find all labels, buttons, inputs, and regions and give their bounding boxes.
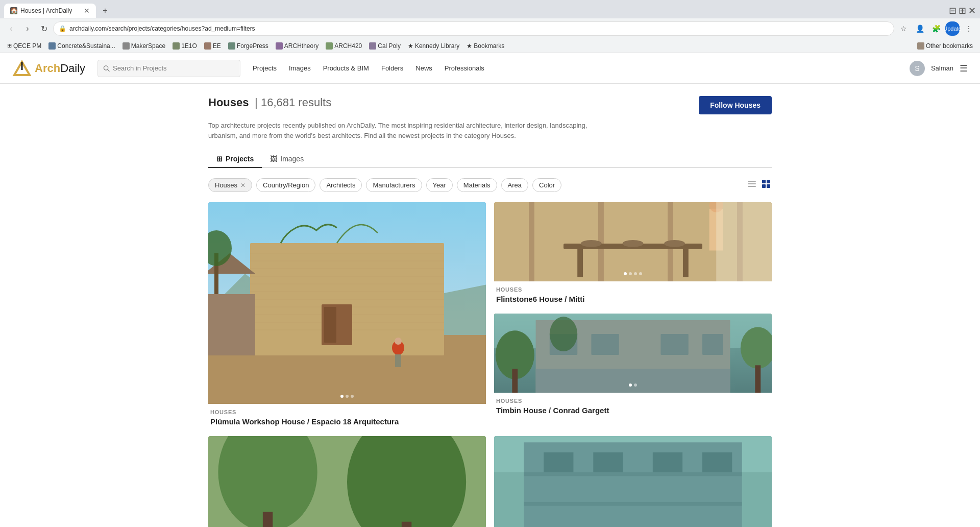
address-bar[interactable]: 🔒 archdaily.com/search/projects/categori… — [53, 21, 894, 36]
list-view-icon — [747, 179, 756, 188]
svg-rect-8 — [762, 180, 766, 183]
svg-rect-68 — [402, 522, 411, 527]
dot-2 — [346, 395, 349, 398]
filter-year[interactable]: Year — [426, 178, 453, 192]
tab-close-icon[interactable]: ✕ — [84, 7, 90, 15]
close-window-button[interactable]: ✕ — [968, 5, 976, 16]
site-logo[interactable]: Arch Daily — [12, 59, 85, 78]
project-svg-main — [208, 202, 486, 404]
nav-products-bim[interactable]: Products & BIM — [323, 64, 369, 72]
tab-images-label: Images — [280, 155, 304, 163]
bookmark-concrete[interactable]: Concrete&Sustaina... — [45, 41, 118, 51]
nav-professionals[interactable]: Professionals — [445, 64, 484, 72]
filter-area[interactable]: Area — [501, 178, 528, 192]
more-menu-button[interactable]: ⋮ — [962, 21, 976, 36]
search-input[interactable] — [113, 64, 235, 72]
hamburger-menu-icon[interactable]: ☰ — [960, 63, 968, 74]
arch420-icon — [326, 42, 333, 50]
1e1o-icon — [173, 42, 180, 50]
update-button[interactable]: Update — [945, 21, 960, 36]
logo-arch-text: Arch — [35, 62, 60, 75]
logo-daily-text: Daily — [60, 62, 85, 75]
view-toggle — [746, 178, 772, 192]
bookmark-makerspace[interactable]: MakerSpace — [119, 41, 168, 51]
svg-rect-9 — [767, 180, 770, 183]
ee-icon — [204, 42, 211, 50]
tab-title: Houses | ArchDaily — [20, 7, 81, 14]
bookmark-label: EE — [213, 42, 221, 50]
avatar[interactable]: S — [910, 61, 925, 76]
svg-rect-74 — [524, 502, 742, 506]
extensions-icon[interactable]: 🧩 — [929, 21, 943, 36]
bookmark-forgepress[interactable]: ForgePress — [225, 41, 272, 51]
filter-country-region[interactable]: Country/Region — [256, 178, 315, 192]
profile-icon[interactable]: 👤 — [913, 21, 927, 36]
project-card-bottom2[interactable] — [494, 436, 772, 527]
bookmark-archtheory[interactable]: ARCHtheory — [273, 41, 322, 51]
project-image-wrap-side2 — [494, 314, 772, 393]
cal-icon — [369, 42, 376, 50]
svg-rect-30 — [395, 354, 401, 367]
svg-rect-7 — [748, 186, 756, 187]
bookmark-arch420[interactable]: ARCH420 — [323, 41, 365, 51]
kennedy-star-icon: ★ — [408, 42, 413, 50]
filter-manufacturers[interactable]: Manufacturers — [366, 178, 422, 192]
bookmark-ee[interactable]: EE — [201, 41, 224, 51]
filter-color[interactable]: Color — [532, 178, 561, 192]
list-view-button[interactable] — [746, 178, 757, 192]
bookmark-bookmarks[interactable]: ★ Bookmarks — [463, 41, 507, 51]
filter-architects[interactable]: Architects — [320, 178, 362, 192]
grid-view-button[interactable] — [761, 178, 772, 192]
svg-rect-56 — [660, 334, 688, 355]
bookmarks-star-icon: ★ — [467, 42, 472, 50]
project-name-side2: Timbin House / Conrad Gargett — [496, 406, 770, 415]
filter-materials[interactable]: Materials — [457, 178, 497, 192]
nav-news[interactable]: News — [415, 64, 432, 72]
bookmark-other[interactable]: Other bookmarks — [914, 41, 976, 51]
project-card-bottom1[interactable] — [208, 436, 486, 527]
svg-rect-10 — [762, 184, 766, 188]
maximize-button[interactable]: ⊞ — [959, 5, 966, 16]
tab-projects[interactable]: ⊞ Projects — [208, 151, 262, 168]
svg-rect-57 — [702, 334, 723, 355]
svg-point-45 — [581, 240, 602, 247]
nav-images[interactable]: Images — [289, 64, 311, 72]
bookmark-label: 1E1O — [181, 42, 197, 50]
bookmark-label: Cal Poly — [378, 42, 401, 50]
bookmark-star-icon[interactable]: ☆ — [896, 21, 911, 36]
project-info-side2: HOUSES Timbin House / Conrad Gargett — [494, 393, 772, 417]
minimize-button[interactable]: ⊟ — [949, 5, 957, 16]
svg-rect-5 — [748, 181, 756, 182]
filter-houses[interactable]: Houses ✕ — [208, 178, 252, 192]
bookmark-calpoly[interactable]: Cal Poly — [366, 41, 404, 51]
nav-folders[interactable]: Folders — [381, 64, 403, 72]
search-bar[interactable] — [97, 60, 240, 77]
svg-line-4 — [108, 69, 109, 71]
project-card-side1[interactable]: HOUSES Flintstone6 House / Mitti — [494, 202, 772, 305]
project-name-main: Plúmula Workshop House / Espacio 18 Arqu… — [210, 417, 484, 426]
page-description: Top architecture projects recently publi… — [208, 121, 617, 140]
tab-images[interactable]: 🖼 Images — [262, 151, 312, 168]
site-header: Arch Daily Projects Images Products & BI… — [0, 53, 980, 84]
maker-icon — [122, 42, 130, 50]
forward-button[interactable]: › — [20, 21, 35, 36]
reload-button[interactable]: ↻ — [37, 21, 51, 36]
bookmark-label: ARCHtheory — [284, 42, 318, 50]
new-tab-button[interactable]: + — [98, 4, 112, 18]
back-button[interactable]: ‹ — [4, 21, 18, 36]
page-title: Houses — [208, 96, 249, 109]
dot-s1-2 — [629, 272, 632, 275]
browser-tab-active[interactable]: 🏠 Houses | ArchDaily ✕ — [4, 4, 96, 18]
bookmark-1e1o[interactable]: 1E1O — [169, 41, 200, 51]
bookmark-qece[interactable]: ⊞ QECE PM — [4, 41, 44, 51]
project-card-side2[interactable]: HOUSES Timbin House / Conrad Gargett — [494, 314, 772, 417]
nav-actions: ☆ 👤 🧩 Update ⋮ — [896, 21, 976, 36]
bookmark-label: MakerSpace — [131, 42, 165, 50]
project-image-main — [208, 202, 486, 404]
svg-rect-55 — [591, 334, 619, 355]
nav-projects[interactable]: Projects — [253, 64, 277, 72]
follow-houses-button[interactable]: Follow Houses — [699, 96, 772, 114]
bookmark-kennedy[interactable]: ★ Kennedy Library — [405, 41, 462, 51]
project-card-main[interactable]: HOUSES Plúmula Workshop House / Espacio … — [208, 202, 486, 428]
remove-filter-icon[interactable]: ✕ — [240, 182, 246, 189]
